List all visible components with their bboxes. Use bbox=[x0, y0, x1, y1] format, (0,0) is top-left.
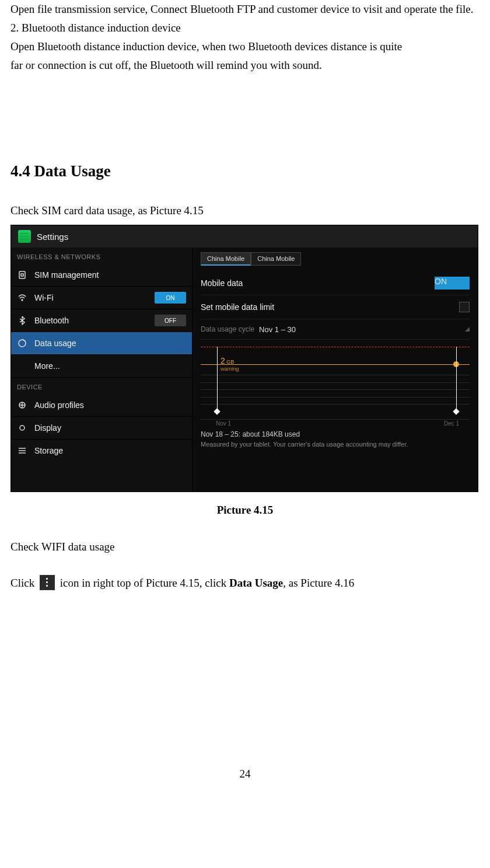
text-bold: Data Usage bbox=[229, 577, 283, 589]
usage-chart[interactable]: 2 GB warning Nov 1 Dec 1 bbox=[201, 342, 470, 427]
chart-grid bbox=[201, 375, 470, 412]
paragraph: Check SIM card data usage, as Picture 4.… bbox=[10, 201, 480, 220]
usage-cycle-value: Nov 1 – 30 bbox=[259, 325, 296, 334]
sim-icon bbox=[17, 270, 27, 280]
svg-rect-0 bbox=[19, 271, 25, 278]
mobile-data-row: Mobile data ON bbox=[201, 271, 470, 295]
sidebar-item-label: SIM management bbox=[34, 270, 186, 280]
text-span: icon in right top of Picture 4.15, click bbox=[60, 577, 229, 589]
settings-sidebar: WIRELESS & NETWORKS SIM management Wi-Fi… bbox=[11, 247, 192, 491]
axis-end-label: Dec 1 bbox=[444, 420, 459, 427]
usage-cycle-label: Data usage cycle bbox=[201, 325, 254, 333]
settings-titlebar: Settings bbox=[11, 225, 478, 248]
sidebar-item-audio-profiles[interactable]: Audio profiles bbox=[11, 394, 192, 417]
paragraph: Open file transmission service, Connect … bbox=[10, 0, 480, 19]
wifi-toggle[interactable]: ON bbox=[155, 292, 186, 304]
settings-app-icon bbox=[18, 230, 31, 243]
wifi-icon bbox=[17, 292, 27, 303]
mobile-data-label: Mobile data bbox=[201, 278, 243, 288]
sidebar-item-data-usage[interactable]: Data usage bbox=[11, 332, 192, 355]
paragraph: Open Bluetooth distance induction device… bbox=[10, 37, 480, 56]
data-usage-panel: China Mobile China Mobile Mobile data ON… bbox=[192, 247, 478, 491]
sidebar-item-bluetooth[interactable]: Bluetooth OFF bbox=[11, 309, 192, 332]
usage-cycle-row[interactable]: Data usage cycle Nov 1 – 30 bbox=[201, 319, 470, 340]
tab-carrier-0[interactable]: China Mobile bbox=[201, 252, 251, 266]
bluetooth-icon bbox=[17, 315, 27, 326]
set-limit-row[interactable]: Set mobile data limit bbox=[201, 295, 470, 319]
tab-carrier-1[interactable]: China Mobile bbox=[251, 252, 301, 266]
chart-axis bbox=[201, 419, 470, 420]
audio-icon bbox=[17, 400, 27, 410]
paragraph: far or connection is cut off, the Blueto… bbox=[10, 56, 480, 75]
section-heading: 4.4 Data Usage bbox=[10, 75, 480, 201]
range-end-handle[interactable] bbox=[456, 347, 457, 412]
sidebar-item-display[interactable]: Display bbox=[11, 417, 192, 440]
page-number: 24 bbox=[10, 768, 480, 798]
sidebar-group-device: DEVICE bbox=[11, 378, 192, 394]
svg-point-7 bbox=[20, 426, 24, 430]
sidebar-item-label: Data usage bbox=[34, 339, 186, 348]
text-span: , as Picture 4.16 bbox=[283, 577, 354, 589]
display-icon bbox=[17, 423, 27, 433]
dropdown-icon bbox=[465, 327, 470, 332]
sidebar-item-more[interactable]: More... bbox=[11, 355, 192, 378]
settings-title: Settings bbox=[37, 232, 68, 242]
blank-icon bbox=[17, 361, 27, 371]
paragraph: Click icon in right top of Picture 4.15,… bbox=[10, 574, 480, 592]
sidebar-item-label: Display bbox=[34, 423, 186, 433]
usage-summary: Nov 18 – 25: about 184KB used bbox=[201, 430, 470, 438]
svg-point-2 bbox=[22, 299, 23, 301]
sidebar-item-label: Audio profiles bbox=[34, 400, 186, 410]
range-start-handle[interactable] bbox=[217, 347, 218, 412]
sidebar-item-label: More... bbox=[34, 361, 186, 371]
warning-line[interactable] bbox=[201, 364, 470, 365]
paragraph: 2. Bluetooth distance induction device bbox=[10, 19, 480, 37]
data-usage-icon bbox=[17, 338, 27, 348]
sidebar-item-storage[interactable]: Storage bbox=[11, 440, 192, 462]
svg-rect-1 bbox=[21, 274, 23, 276]
sidebar-item-wifi[interactable]: Wi-Fi ON bbox=[11, 287, 192, 309]
sidebar-item-label: Bluetooth bbox=[34, 316, 148, 325]
sidebar-item-label: Wi-Fi bbox=[34, 293, 148, 302]
set-limit-checkbox[interactable] bbox=[459, 302, 470, 312]
paragraph: Check WIFI data usage bbox=[10, 538, 480, 556]
screenshot-settings-data-usage: Settings WIRELESS & NETWORKS SIM managem… bbox=[10, 225, 478, 492]
axis-start-label: Nov 1 bbox=[216, 420, 231, 427]
figure-caption: Picture 4.15 bbox=[10, 504, 480, 517]
usage-note: Measured by your tablet. Your carrier's … bbox=[201, 441, 470, 448]
limit-line[interactable] bbox=[201, 347, 470, 348]
set-limit-label: Set mobile data limit bbox=[201, 302, 274, 312]
text-span: Click bbox=[10, 577, 34, 589]
warning-label: 2 GB warning bbox=[220, 357, 239, 372]
bluetooth-toggle[interactable]: OFF bbox=[155, 315, 186, 326]
overflow-menu-icon bbox=[40, 575, 55, 590]
sidebar-item-sim-management[interactable]: SIM management bbox=[11, 264, 192, 287]
sidebar-group-wireless: WIRELESS & NETWORKS bbox=[11, 247, 192, 264]
mobile-data-toggle[interactable]: ON bbox=[435, 277, 470, 290]
storage-icon bbox=[17, 445, 27, 456]
carrier-tabs: China Mobile China Mobile bbox=[201, 252, 470, 266]
sidebar-item-label: Storage bbox=[34, 446, 186, 455]
